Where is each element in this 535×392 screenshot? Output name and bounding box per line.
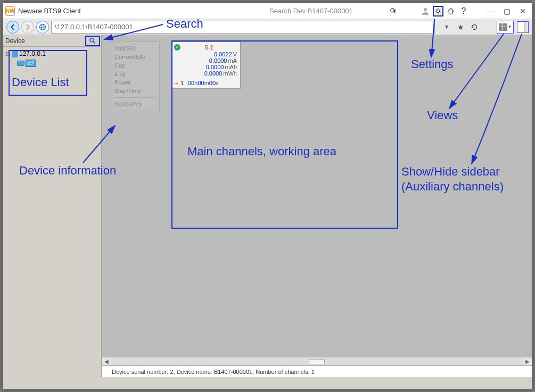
channel-energy: 0.0000mWh: [174, 70, 238, 77]
channel-id: 5-1: [180, 44, 238, 51]
devinfo-row: Volt(5V): [114, 44, 156, 53]
tree-root-row[interactable]: ⊟ 127.0.0.1: [5, 49, 99, 59]
devinfo-row: Power: [114, 78, 156, 87]
user-icon[interactable]: [420, 6, 431, 16]
tree-collapse-icon[interactable]: ⊟: [5, 51, 11, 57]
dropdown-icon[interactable]: ▼: [441, 22, 452, 32]
titlebar: NW Neware BTS9 Client Search Dev B1407-0…: [3, 3, 532, 19]
favorite-icon[interactable]: ★: [455, 22, 466, 32]
status-bar: Device serial number: 2, Device name: B1…: [102, 365, 532, 377]
channel-time-row: ➔ 1 00h00m00s: [174, 80, 238, 86]
settings-button[interactable]: [433, 6, 443, 16]
status-ok-icon: ✓: [174, 44, 180, 51]
tree-root-ip: 127.0.0.1: [19, 50, 46, 57]
device-badge: #2: [26, 60, 36, 67]
channel-step: 1: [180, 80, 186, 86]
svg-line-11: [440, 9, 440, 9]
svg-line-10: [436, 13, 437, 13]
devinfo-row: Current(5A): [114, 53, 156, 61]
nav-home-button[interactable]: [36, 21, 49, 34]
arrow-right-icon: ➔: [174, 80, 178, 86]
device-search-button[interactable]: [85, 36, 100, 46]
close-button[interactable]: ✕: [516, 7, 530, 15]
devinfo-aux: AUX(V/°c): [114, 97, 156, 109]
navigation-toolbar: \127.0.0.1\B1407-000001 ▼ ★ ▼: [3, 19, 532, 35]
devinfo-row: Eng: [114, 70, 156, 78]
scroll-left-icon[interactable]: ◀: [102, 358, 111, 364]
channel-volt: 0.0022V: [174, 51, 238, 57]
maximize-button[interactable]: ▢: [500, 7, 514, 15]
horizontal-scrollbar[interactable]: ◀ ▶: [102, 357, 532, 365]
devinfo-row: Step/Time: [114, 87, 156, 95]
svg-point-2: [424, 8, 427, 11]
device-panel-header: Device: [3, 35, 101, 47]
search-icon[interactable]: [390, 7, 397, 15]
channel-card[interactable]: ✓ 5-1 0.0022V 0.0000mA 0.0000mAh 0.0000m…: [171, 41, 241, 89]
views-button[interactable]: ▼: [497, 21, 514, 34]
svg-line-9: [440, 13, 440, 13]
channel-time: 00h00m00s: [188, 80, 219, 86]
status-text: Device serial number: 2, Device name: B1…: [112, 369, 315, 375]
svg-line-16: [93, 41, 95, 44]
scroll-track[interactable]: [111, 358, 523, 365]
device-panel: Device ⊟ 127.0.0.1 #2: [3, 35, 102, 377]
home-icon[interactable]: [446, 6, 456, 16]
address-text: \127.0.0.1\B1407-000001: [55, 23, 133, 31]
scroll-thumb[interactable]: [309, 359, 325, 364]
toggle-sidebar-button[interactable]: [517, 21, 529, 33]
app-title: Neware BTS9 Client: [18, 7, 81, 15]
scroll-right-icon[interactable]: ▶: [523, 358, 532, 364]
search-placeholder-text: Search Dev B1407-000001: [269, 7, 353, 15]
address-bar[interactable]: \127.0.0.1\B1407-000001: [51, 21, 435, 34]
devinfo-row: Cap: [114, 61, 156, 70]
channel-cap: 0.0000mAh: [174, 64, 238, 70]
svg-point-0: [391, 8, 394, 12]
device-info-card: Volt(5V) Current(5A) Cap Eng Power Step/…: [111, 41, 160, 111]
channel-current: 0.0000mA: [174, 57, 238, 64]
svg-line-8: [436, 9, 437, 9]
refresh-icon[interactable]: [469, 22, 480, 32]
device-tree: ⊟ 127.0.0.1 #2: [3, 47, 101, 70]
tree-child-row[interactable]: #2: [17, 59, 99, 68]
device-panel-title: Device: [5, 37, 25, 45]
chevron-down-icon: ▼: [508, 24, 512, 29]
nav-back-button[interactable]: [6, 21, 19, 34]
svg-point-3: [437, 10, 439, 12]
app-logo-icon: NW: [5, 6, 15, 16]
search-icon: [89, 37, 96, 45]
minimize-button[interactable]: —: [484, 7, 498, 15]
device-icon: [17, 61, 24, 66]
help-icon[interactable]: ?: [458, 6, 469, 16]
work-area: Volt(5V) Current(5A) Cap Eng Power Step/…: [102, 35, 532, 377]
nav-forward-button[interactable]: [21, 21, 34, 34]
svg-point-15: [90, 38, 94, 42]
server-icon: [12, 50, 18, 57]
grid-icon: [499, 23, 507, 31]
search-device-input[interactable]: Search Dev B1407-000001 ▼: [267, 5, 400, 17]
svg-line-1: [394, 11, 396, 13]
